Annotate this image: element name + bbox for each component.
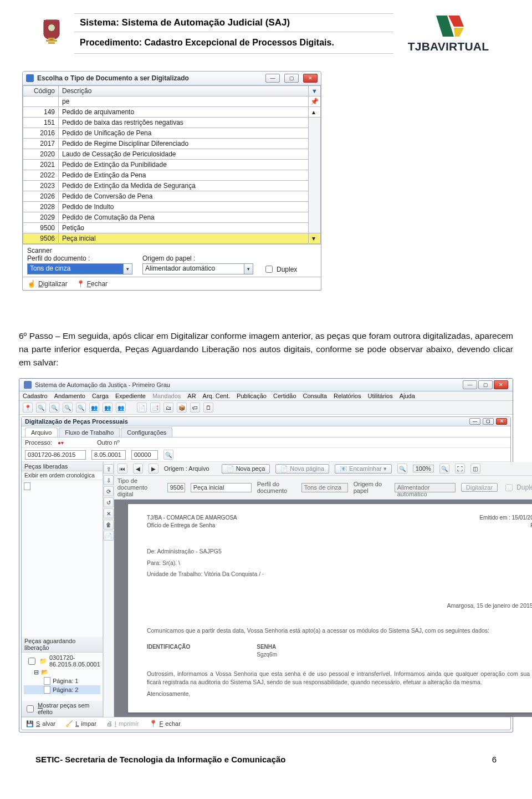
subwindow-titlebar[interactable]: Digitalização de Peças Processuais — ▢ ✕ [22, 417, 510, 426]
toolbar-icon[interactable]: 📑 [150, 403, 160, 413]
encaminhar-button[interactable]: 📧 Encaminhar ▾ [335, 464, 392, 474]
table-row-selected[interactable]: 9506Peça inicial▾ [23, 233, 321, 244]
nav-next-icon[interactable]: ▶ [149, 464, 158, 474]
tree-sub-node[interactable]: ⊟ 📂 [24, 668, 100, 676]
document-viewport[interactable]: TJ/BA - COMARCA DE AMARGOSA Ofício de En… [114, 500, 532, 717]
menu-item[interactable]: Certidão [273, 393, 296, 399]
digitalizar-button[interactable]: ☝ Digitalizar [27, 279, 68, 288]
table-row[interactable]: 2029Pedido de Comutação da Pena [23, 212, 321, 223]
menu-item[interactable]: Cadastro [23, 393, 48, 399]
app-close-button[interactable]: ✕ [494, 380, 508, 389]
nav-prev-icon[interactable]: ◀ [133, 464, 143, 474]
duplex2-checkbox[interactable]: Duplex [503, 482, 532, 493]
toolbar-icon[interactable]: 🗒 [203, 403, 213, 413]
table-row[interactable]: 2023Pedido de Extinção da Medida de Segu… [23, 181, 321, 191]
zoom-out-icon[interactable]: 🔍 [397, 464, 407, 474]
tool-icon[interactable]: 🗑 [104, 520, 114, 530]
fechar2-button[interactable]: 📍Fechar [149, 720, 181, 727]
maximize-button[interactable]: ▢ [284, 74, 299, 83]
toolbar-icon[interactable]: 🗂 [163, 403, 173, 413]
origem-select[interactable]: Alimentador automático ▾ [142, 263, 253, 274]
limpar-button[interactable]: 🧹Limpar [65, 720, 96, 727]
table-row[interactable]: 151Pedido de baixa das restrições negati… [23, 118, 321, 128]
toolbar-icon[interactable]: 🔍 [36, 403, 46, 413]
app-titlebar[interactable]: Sistema de Automação da Justiça - Primei… [19, 379, 513, 391]
sub-close-button[interactable]: ✕ [496, 418, 507, 425]
search-icon[interactable]: 🔍 [163, 450, 173, 460]
menu-item[interactable]: Mandados [152, 393, 181, 399]
app-minimize-button[interactable]: — [463, 380, 477, 389]
processo-seg1[interactable]: 8.05.0001 [91, 450, 126, 460]
toolbar-icon[interactable]: 📦 [177, 403, 187, 413]
perfil-select[interactable]: Tons de cinza ▾ [27, 263, 132, 274]
toolbar-icon[interactable]: 👥 [116, 403, 126, 413]
salvar-button[interactable]: 💾Salvar [26, 720, 55, 727]
menu-item[interactable]: Arq. Cent. [203, 393, 231, 399]
zoom-in-icon[interactable]: 🔍 [439, 464, 449, 474]
menu-item[interactable]: Relatórios [334, 393, 361, 399]
toolbar-icon[interactable]: 👥 [89, 403, 99, 413]
mostrar-checkbox[interactable] [27, 705, 34, 713]
filter-pin[interactable]: 📌 [309, 96, 321, 107]
tool-icon[interactable]: 📄 [104, 531, 114, 541]
table-row[interactable]: 2020Laudo de Cessação de Periculosidade [23, 149, 321, 160]
nav-first-icon[interactable]: ⏮ [117, 464, 127, 474]
tipo-doc-desc-input[interactable]: Peça inicial [191, 483, 252, 492]
processo-seg2[interactable]: 00000 [131, 450, 158, 460]
tree-page-node[interactable]: Página: 1 [24, 676, 100, 685]
tool-icon[interactable]: ✕ [104, 508, 114, 518]
filter-codigo-cell[interactable] [23, 96, 59, 107]
nova-pagina-button[interactable]: 📄 Nova página [275, 464, 329, 474]
menu-item[interactable]: Ajuda [400, 393, 415, 399]
table-row[interactable]: 2028Pedido de Indulto [23, 202, 321, 212]
tree-checkbox[interactable] [28, 658, 35, 665]
menu-item[interactable]: Utilitários [367, 393, 392, 399]
menu-item[interactable]: AR [187, 393, 196, 399]
tab-arquivo[interactable]: Arquivo [25, 428, 58, 437]
fit-icon[interactable]: ⛶ [455, 464, 465, 474]
app-maximize-button[interactable]: ▢ [478, 380, 493, 389]
col-descricao[interactable]: Descrição [59, 86, 309, 96]
table-row[interactable]: 2026Pedido de Conversão de Pena [23, 191, 321, 202]
menu-item[interactable]: Publicação [237, 393, 267, 399]
toolbar-icon[interactable]: 📄 [137, 403, 147, 413]
processo-input[interactable]: 0301720-86.2015 [25, 450, 86, 460]
tool-icon[interactable]: ⇩ [104, 475, 114, 485]
scrollbar-track[interactable] [309, 118, 321, 233]
toolbar-icon[interactable]: 🏷 [190, 403, 200, 413]
table-row[interactable]: 2021Pedido de Extinção da Punibilidade [23, 160, 321, 170]
table-row[interactable]: 2022Pedido de Extinção da Pena [23, 170, 321, 181]
menu-item[interactable]: Carga [92, 393, 109, 399]
table-row[interactable]: 149Pedido de arquivamento▴ [23, 107, 321, 118]
dialog-titlebar[interactable]: Escolha o Tipo de Documento a ser Digita… [23, 72, 321, 85]
col-codigo[interactable]: Código [23, 86, 59, 96]
menu-item[interactable]: Andamento [54, 393, 85, 399]
scroll-up[interactable]: ▴ [309, 107, 321, 118]
zoom-value[interactable]: 100% [413, 465, 434, 472]
menu-item[interactable]: Consulta [303, 393, 327, 399]
close-button[interactable]: ✕ [303, 74, 318, 83]
fit-icon[interactable]: ◫ [470, 464, 480, 474]
duplex-checkbox[interactable]: Duplex [263, 264, 297, 274]
tab-config[interactable]: Configurações [121, 428, 172, 437]
toolbar-icon[interactable]: 📍 [23, 403, 33, 413]
menu-item[interactable]: Expediente [115, 393, 146, 399]
toolbar-icon[interactable]: 🔍 [76, 403, 86, 413]
sub-minimize-button[interactable]: — [469, 418, 480, 425]
table-row[interactable]: 9500Petição [23, 223, 321, 233]
tree-page-node-selected[interactable]: Página: 2 [24, 685, 100, 694]
toolbar-icon[interactable]: 🔍 [63, 403, 73, 413]
tipo-doc-code-input[interactable]: 9506 [167, 483, 185, 492]
duplex-input[interactable] [265, 266, 273, 273]
minimize-button[interactable]: — [265, 74, 280, 83]
toolbar-icon[interactable]: 👥 [103, 403, 112, 413]
table-row[interactable]: 2017Pedido de Regime Disciplinar Diferen… [23, 139, 321, 149]
tool-icon[interactable]: ↺ [104, 497, 114, 507]
fechar-button[interactable]: 📍 Fechar [76, 280, 108, 288]
digitalizar2-button[interactable]: Digitalizar [461, 483, 498, 492]
imprimir-button[interactable]: 🖨Imprimir [106, 720, 139, 727]
tab-fluxo[interactable]: Fluxo de Trabalho [59, 428, 120, 437]
tree-root-node[interactable]: 📁 0301720-86.2015.8.05.0001 [24, 654, 100, 668]
filter-descricao-cell[interactable]: pe [59, 96, 309, 107]
scroll-down[interactable]: ▾ [309, 233, 321, 244]
